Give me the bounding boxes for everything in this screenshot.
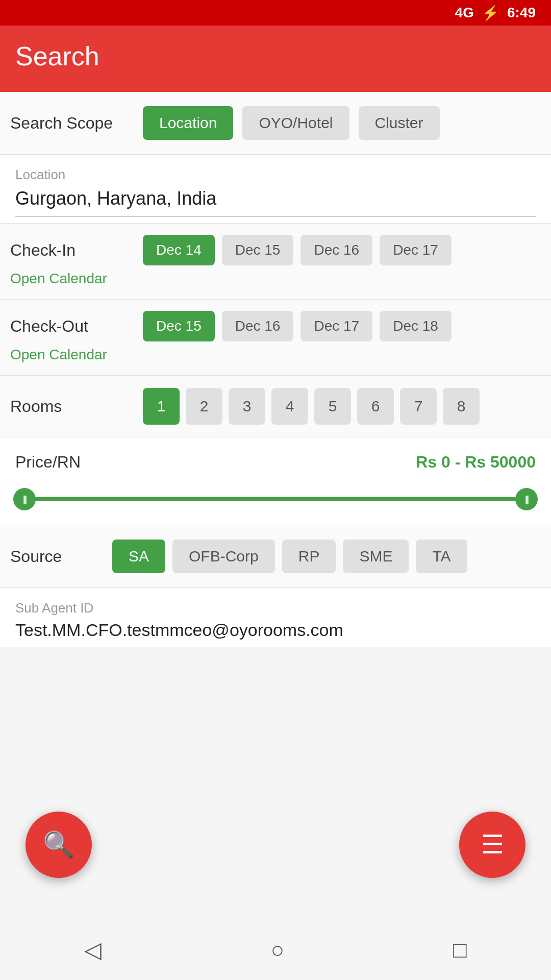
search-fab[interactable]: 🔍 [26, 812, 92, 878]
location-value[interactable]: Gurgaon, Haryana, India [15, 188, 536, 217]
scope-chip-oyohotel[interactable]: OYO/Hotel [242, 106, 349, 140]
android-nav-bar: ◁ ○ □ [0, 919, 551, 980]
scope-chip-cluster[interactable]: Cluster [359, 106, 440, 140]
checkout-chip-dec16[interactable]: Dec 16 [222, 311, 294, 341]
checkin-chip-dec15[interactable]: Dec 15 [222, 235, 294, 265]
room-chip-8[interactable]: 8 [443, 388, 480, 425]
rooms-label: Rooms [10, 397, 143, 416]
source-chip-rp[interactable]: RP [282, 540, 336, 573]
agent-id-label: Sub Agent ID [15, 600, 536, 616]
room-chip-2[interactable]: 2 [186, 388, 222, 425]
home-button[interactable]: ○ [270, 937, 284, 963]
signal-indicator: 4G [455, 5, 474, 21]
price-label: Price/RN [15, 453, 81, 472]
check-in-row: Check-In Dec 14 Dec 15 Dec 16 Dec 17 Ope… [0, 224, 551, 300]
search-scope-row: Search Scope Location OYO/Hotel Cluster [0, 92, 551, 155]
price-value: Rs 0 - Rs 50000 [416, 453, 536, 472]
recent-button[interactable]: □ [453, 937, 467, 963]
check-in-chips: Dec 14 Dec 15 Dec 16 Dec 17 [143, 235, 452, 265]
source-chips: SA OFB-Corp RP SME TA [112, 540, 467, 573]
location-label: Location [15, 167, 536, 183]
room-chip-3[interactable]: 3 [229, 388, 265, 425]
menu-fab[interactable]: ☰ [459, 812, 525, 878]
room-chip-4[interactable]: 4 [271, 388, 308, 425]
source-label: Source [10, 547, 112, 566]
checkin-chip-dec16[interactable]: Dec 16 [300, 235, 372, 265]
clock: 6:49 [507, 5, 536, 21]
check-in-label: Check-In [10, 241, 143, 260]
checkin-chip-dec14[interactable]: Dec 14 [143, 235, 215, 265]
source-row: Source SA OFB-Corp RP SME TA [0, 525, 551, 588]
price-section: Price/RN Rs 0 - Rs 50000 [0, 437, 551, 525]
header: Search [0, 26, 551, 92]
back-button[interactable]: ◁ [84, 937, 102, 963]
source-chip-ta[interactable]: TA [416, 540, 467, 573]
checkout-chip-dec15[interactable]: Dec 15 [143, 311, 215, 341]
search-scope-chips: Location OYO/Hotel Cluster [143, 106, 440, 140]
price-slider-container [15, 484, 536, 514]
menu-fab-icon: ☰ [481, 830, 504, 860]
room-chip-6[interactable]: 6 [357, 388, 394, 425]
rooms-row: Rooms 1 2 3 4 5 6 7 8 [0, 376, 551, 437]
search-fab-icon: 🔍 [43, 830, 74, 860]
check-in-open-calendar[interactable]: Open Calendar [10, 271, 541, 294]
source-chip-sme[interactable]: SME [343, 540, 409, 573]
source-chip-sa[interactable]: SA [112, 540, 165, 573]
checkout-chip-dec18[interactable]: Dec 18 [380, 311, 452, 341]
checkout-chip-dec17[interactable]: Dec 17 [300, 311, 372, 341]
check-out-open-calendar[interactable]: Open Calendar [10, 347, 541, 370]
search-scope-label: Search Scope [10, 114, 143, 133]
battery-icon: ⚡ [482, 5, 499, 21]
source-chip-ofbcorp[interactable]: OFB-Corp [172, 540, 275, 573]
room-chip-5[interactable]: 5 [314, 388, 351, 425]
scope-chip-location[interactable]: Location [143, 106, 233, 140]
location-section: Location Gurgaon, Haryana, India [0, 155, 551, 224]
checkin-chip-dec17[interactable]: Dec 17 [380, 235, 452, 265]
page-title: Search [15, 41, 536, 71]
agent-section: Sub Agent ID Test.MM.CFO.testmmceo@oyoro… [0, 588, 551, 647]
price-slider-thumb-left[interactable] [13, 488, 36, 510]
rooms-chips: 1 2 3 4 5 6 7 8 [143, 388, 480, 425]
room-chip-7[interactable]: 7 [400, 388, 437, 425]
check-out-chips: Dec 15 Dec 16 Dec 17 Dec 18 [143, 311, 452, 341]
room-chip-1[interactable]: 1 [143, 388, 180, 425]
agent-id-value[interactable]: Test.MM.CFO.testmmceo@oyorooms.com [15, 620, 536, 640]
check-out-label: Check-Out [10, 317, 143, 336]
price-slider-thumb-right[interactable] [515, 488, 538, 510]
check-out-row: Check-Out Dec 15 Dec 16 Dec 17 Dec 18 Op… [0, 300, 551, 376]
price-slider-track [15, 497, 536, 501]
status-bar: 4G ⚡ 6:49 [0, 0, 551, 26]
